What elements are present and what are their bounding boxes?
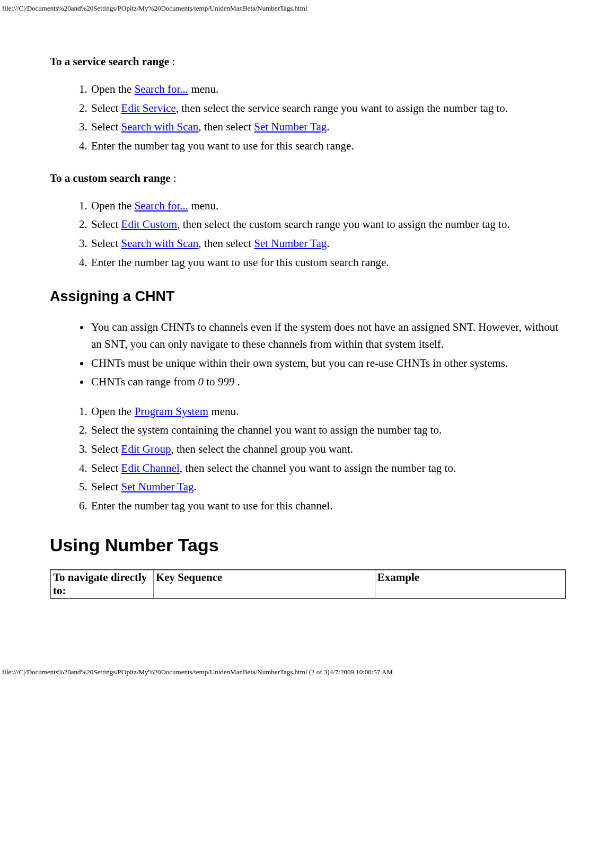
assigning-chnt-heading: Assigning a CHNT [50, 288, 566, 305]
text: Select [91, 462, 121, 474]
document-body: To a service search range : Open the Sea… [0, 13, 616, 668]
text: CHNTs must be unique within their own sy… [91, 357, 508, 369]
text: CHNTs can range from [91, 375, 198, 388]
chnt-steps-list: Open the Program System menu. Select the… [50, 402, 566, 516]
text: Open the [91, 83, 135, 95]
table-header-example: Example [375, 570, 566, 598]
custom-heading: To a custom search range : [50, 172, 566, 185]
text: You can assign CHNTs to channels even if… [91, 321, 558, 351]
list-item: Open the Program System menu. [90, 402, 566, 421]
edit-group-link[interactable]: Edit Group [121, 443, 171, 455]
edit-custom-link[interactable]: Edit Custom [121, 218, 178, 231]
custom-heading-colon: : [171, 172, 177, 184]
service-heading: To a service search range : [50, 55, 566, 68]
search-for-link[interactable]: Search for... [135, 83, 188, 95]
list-item: CHNTs can range from 0 to 999 . [90, 373, 566, 391]
list-item: Enter the number tag you want to use for… [90, 497, 566, 516]
list-item: Select the system containing the channel… [90, 421, 566, 440]
edit-service-link[interactable]: Edit Service [121, 102, 176, 115]
header-file-path: file:///C|/Documents%20and%20Settings/PO… [0, 0, 616, 13]
text: Select [91, 218, 121, 231]
text: menu. [188, 83, 218, 95]
text: Select [91, 102, 121, 115]
italic-zero: 0 [198, 375, 204, 388]
set-number-tag-link[interactable]: Set Number Tag [254, 120, 327, 133]
list-item: Select Search with Scan, then select Set… [90, 234, 566, 253]
custom-steps-list: Open the Search for... menu. Select Edit… [50, 197, 566, 272]
text: Enter the number tag you want to use for… [91, 256, 389, 269]
text: Select [91, 480, 121, 493]
list-item: Open the Search for... menu. [90, 197, 566, 216]
program-system-link[interactable]: Program System [135, 405, 208, 418]
search-for-link[interactable]: Search for... [135, 199, 188, 212]
list-item: Select Search with Scan, then select Set… [90, 118, 566, 137]
text: Select [91, 443, 121, 455]
list-item: Select Edit Custom, then select the cust… [90, 215, 566, 234]
text: , then select the channel you want to as… [180, 462, 456, 474]
edit-channel-link[interactable]: Edit Channel [121, 462, 180, 474]
list-item: You can assign CHNTs to channels even if… [90, 319, 566, 353]
list-item: Enter the number tag you want to use for… [90, 137, 566, 156]
list-item: Select Edit Service, then select the ser… [90, 99, 566, 118]
table-row: To navigate directly to: Key Sequence Ex… [50, 570, 566, 598]
list-item: Select Set Number Tag. [90, 478, 566, 497]
list-item: CHNTs must be unique within their own sy… [90, 355, 566, 372]
service-heading-bold: To a service search range [50, 55, 169, 68]
text: , then select the channel group you want… [171, 443, 353, 455]
table-header-navigate: To navigate directly to: [50, 570, 153, 598]
text: . [194, 480, 197, 493]
list-item: Open the Search for... menu. [90, 80, 566, 99]
custom-heading-bold: To a custom search range [50, 172, 171, 184]
service-steps-list: Open the Search for... menu. Select Edit… [50, 80, 566, 156]
text: Select the system containing the channel… [91, 424, 442, 436]
search-with-scan-link[interactable]: Search with Scan [121, 237, 199, 250]
text: Open the [91, 405, 135, 418]
text: . [327, 237, 329, 250]
text: , then select [198, 120, 254, 133]
search-with-scan-link[interactable]: Search with Scan [121, 120, 199, 133]
using-number-tags-heading: Using Number Tags [50, 535, 566, 556]
text: . [327, 120, 329, 133]
text: . [234, 375, 240, 388]
text: Select [91, 120, 121, 133]
footer-file-path: file:///C|/Documents%20and%20Settings/PO… [0, 668, 616, 682]
list-item: Enter the number tag you want to use for… [90, 253, 566, 272]
list-item: Select Edit Channel, then select the cha… [90, 459, 566, 478]
text: Select [91, 237, 121, 250]
text: , then select the custom search range yo… [177, 218, 510, 231]
text: Enter the number tag you want to use for… [91, 139, 354, 152]
text: menu. [208, 405, 239, 418]
chnt-bullets: You can assign CHNTs to channels even if… [50, 319, 566, 391]
service-heading-colon: : [169, 55, 175, 68]
set-number-tag-link[interactable]: Set Number Tag [254, 237, 327, 250]
set-number-tag-link[interactable]: Set Number Tag [121, 480, 194, 493]
text: , then select the service search range y… [176, 102, 508, 115]
text: menu. [188, 199, 218, 212]
number-tags-table: To navigate directly to: Key Sequence Ex… [50, 569, 566, 599]
text: to [204, 375, 218, 388]
text: , then select [198, 237, 254, 250]
italic-999: 999 [218, 375, 235, 388]
text: Open the [91, 199, 135, 212]
list-item: Select Edit Group, then select the chann… [90, 440, 566, 459]
text: Enter the number tag you want to use for… [91, 499, 332, 512]
table-header-key-sequence: Key Sequence [153, 570, 375, 598]
